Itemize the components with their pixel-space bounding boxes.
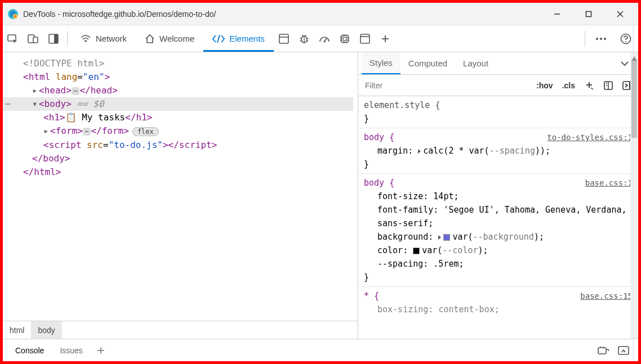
device-toggle-icon[interactable] [23,25,43,52]
dom-line[interactable]: </html> [23,165,353,179]
svg-rect-27 [343,37,346,41]
more-options-icon[interactable] [589,25,613,52]
titlebar: DevTools - microsoftedge.github.io/Demos… [3,3,638,25]
svg-point-25 [323,41,325,42]
dock-side-icon[interactable] [43,25,64,52]
sources-icon[interactable] [355,25,375,52]
styles-tab-layout[interactable]: Layout [455,52,496,74]
svg-point-45 [600,38,602,40]
tab-elements[interactable]: Elements [203,25,274,52]
separator [585,31,585,47]
dom-line[interactable]: ▸<head>⋯</head> [23,84,353,97]
application-icon[interactable] [274,25,294,52]
memory-icon[interactable] [335,25,355,52]
inspect-element-icon[interactable] [3,25,23,52]
add-tab-icon[interactable] [375,25,395,52]
cls-toggle[interactable]: .cls [558,75,580,96]
help-icon[interactable] [613,25,638,52]
svg-rect-12 [54,34,58,43]
scroll-thumb[interactable] [631,59,637,138]
separator [67,31,68,47]
svg-point-13 [84,40,87,42]
close-button[interactable] [612,6,628,22]
styles-tab-styles[interactable]: Styles [362,52,400,74]
svg-line-21 [306,41,308,41]
maximize-button[interactable] [581,6,597,22]
svg-point-48 [625,41,626,42]
tab-label: Welcome [159,34,194,43]
svg-line-23 [305,35,306,37]
new-style-icon[interactable] [580,75,599,96]
issues-link-icon[interactable] [593,339,613,361]
svg-rect-5 [586,11,591,16]
css-rule[interactable]: element.style { } [358,96,638,128]
svg-point-3 [14,15,16,17]
drawer: Console Issues [3,339,638,361]
svg-point-46 [604,38,606,40]
dom-line-selected[interactable]: ⋯ ▾<body> == $0 [3,97,353,111]
svg-rect-40 [360,34,370,43]
tab-label: Elements [229,34,265,43]
line-menu-icon[interactable]: ⋯ [5,97,11,111]
styles-panel: Styles Computed Layout :hov .cls element… [358,52,638,339]
css-rule[interactable]: base.css:1 body { font-size: 14pt; font-… [358,174,638,287]
svg-line-18 [300,38,302,39]
bug-icon[interactable] [294,25,314,52]
styles-tab-computed[interactable]: Computed [400,52,455,74]
app-icon [7,8,19,20]
svg-rect-26 [341,35,348,42]
dom-line[interactable]: <html lang="en"> [23,70,353,84]
minimize-button[interactable] [549,6,565,22]
svg-point-54 [606,85,607,86]
hov-toggle[interactable]: :hov [532,75,558,96]
css-rules[interactable]: element.style { } to-do-styles.css:1 bod… [358,96,638,339]
svg-rect-14 [279,34,288,43]
svg-rect-59 [598,348,606,354]
dom-line[interactable]: <!DOCTYPE html> [23,57,353,70]
dom-line[interactable]: ▸<form>⋯</form>flex [23,124,353,138]
flex-badge[interactable]: flex [132,127,159,136]
dom-line[interactable]: <h1>📋 My tasks</h1> [23,111,353,124]
svg-line-22 [302,35,303,37]
source-link[interactable]: to-do-styles.css:1 [547,131,633,144]
scrollbar[interactable]: ▴ [630,52,638,339]
wifi-icon [80,34,91,43]
dom-line[interactable]: </body> [23,152,353,165]
svg-line-20 [300,41,302,41]
tab-network[interactable]: Network [71,25,136,52]
breadcrumb-html[interactable]: html [3,321,31,339]
css-rule[interactable]: base.css:15 * { box-sizing: content-box; [358,287,638,318]
breadcrumb-body[interactable]: body [31,321,61,339]
dom-line[interactable]: <script src="to-do.js"></script> [23,138,353,152]
home-icon [145,34,155,44]
window-title: DevTools - microsoftedge.github.io/Demos… [23,10,549,19]
tab-welcome[interactable]: Welcome [136,25,203,52]
tab-label: Network [96,34,127,43]
css-rule[interactable]: to-do-styles.css:1 body { margin: calc(2… [358,128,638,174]
source-link[interactable]: base.css:1 [585,176,633,190]
breadcrumb: html body [3,321,358,339]
svg-point-44 [596,38,598,40]
drawer-tab-issues[interactable]: Issues [52,339,90,361]
code-icon [212,34,225,43]
collapse-drawer-icon[interactable] [613,339,634,361]
performance-icon[interactable] [314,25,335,52]
drawer-tab-console[interactable]: Console [7,339,52,361]
filter-input[interactable] [358,75,532,96]
computed-toggle-icon[interactable] [599,75,618,96]
add-drawer-tab-icon[interactable] [91,339,111,361]
svg-point-53 [606,83,607,84]
main-toolbar: Network Welcome Elements [3,25,638,52]
svg-line-19 [306,38,308,39]
source-link[interactable]: base.css:15 [580,289,633,303]
svg-rect-10 [33,37,38,43]
dom-tree[interactable]: <!DOCTYPE html> <html lang="en"> ▸<head>… [3,52,358,183]
dom-panel: <!DOCTYPE html> <html lang="en"> ▸<head>… [3,52,358,339]
